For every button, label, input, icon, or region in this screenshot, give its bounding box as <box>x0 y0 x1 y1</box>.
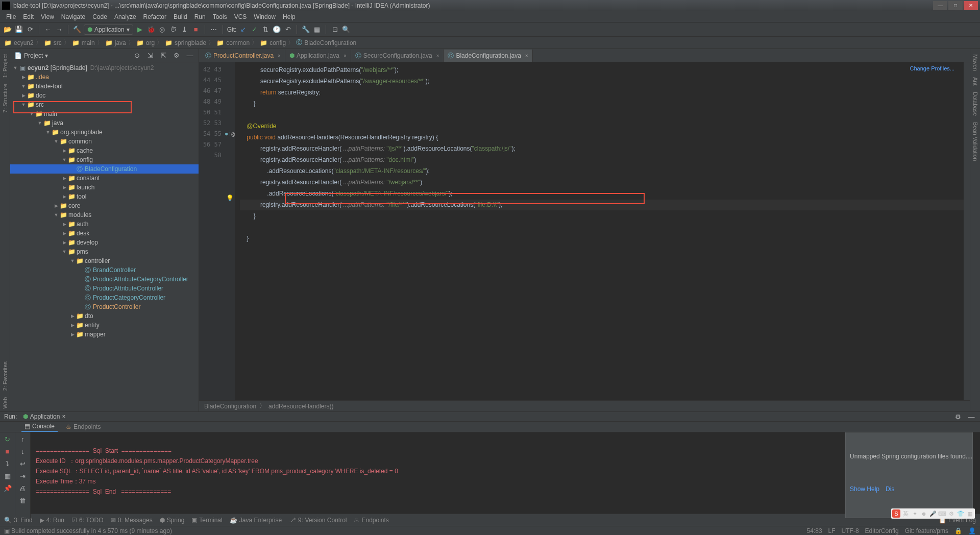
git-history-icon[interactable]: 🕐 <box>272 25 281 34</box>
menu-file[interactable]: File <box>3 12 19 21</box>
crumb-main[interactable]: 📁main <box>72 39 95 46</box>
debug-icon[interactable]: 🐞 <box>146 25 156 34</box>
save-icon[interactable]: 💾 <box>14 25 23 34</box>
tree-item[interactable]: ▶📁auth <box>10 220 199 229</box>
tree-root[interactable]: ▼▣ ecyun2 [SpringBlade] D:\java\projects… <box>10 63 199 72</box>
select-opened-icon[interactable]: ⊙ <box>132 51 141 60</box>
crumb-src[interactable]: 📁src <box>44 39 62 46</box>
build-icon[interactable]: 🔨 <box>72 25 82 34</box>
show-help-link[interactable]: Show Help <box>850 484 879 494</box>
tree-item[interactable]: ▶📁constant <box>10 174 199 183</box>
up-icon[interactable]: ↑ <box>18 434 28 444</box>
tree-item[interactable]: ▼📁java <box>10 118 199 128</box>
run-icon[interactable]: ▶ <box>135 25 144 34</box>
ime-toolbar[interactable]: S 英✦☻🎤⌨⚙👕▦ <box>891 508 975 519</box>
gear-icon[interactable]: ⚙ <box>953 412 963 421</box>
stripe-favorites[interactable]: 2: Favorites <box>1 358 9 394</box>
crumb-bladeconfiguration[interactable]: ⒸBladeConfiguration <box>296 38 356 47</box>
crumb-class[interactable]: BladeConfiguration <box>204 403 256 410</box>
git-update-icon[interactable]: ↙ <box>238 25 248 34</box>
rerun-icon[interactable]: ↻ <box>3 434 12 444</box>
tree-item[interactable]: ⒸProductCategoryController <box>10 293 199 302</box>
crumb-method[interactable]: addResourceHandlers() <box>268 403 333 410</box>
hide-icon[interactable]: — <box>967 412 976 421</box>
print-icon[interactable]: 🖨 <box>18 483 28 493</box>
console-output[interactable]: =============== Sql Start ==============… <box>31 432 980 520</box>
sync-icon[interactable]: ⟳ <box>26 25 35 34</box>
tree-item[interactable]: ▼📁blade-tool <box>10 82 199 91</box>
structure-icon[interactable]: ▦ <box>312 25 322 34</box>
console-tab[interactable]: ▤Console <box>21 422 58 432</box>
search-icon[interactable]: 🔍 <box>341 25 351 34</box>
tree-item[interactable]: ▶📁doc <box>10 91 199 100</box>
menu-window[interactable]: Window <box>251 12 279 21</box>
search-everywhere-icon[interactable]: ⊡ <box>330 25 339 34</box>
error-stripe[interactable] <box>964 62 970 400</box>
tree-item[interactable]: ▶📁dto <box>10 311 199 321</box>
close-button[interactable]: ✕ <box>964 1 978 10</box>
open-icon[interactable]: 📂 <box>3 25 12 34</box>
attach-icon[interactable]: ⤓ <box>180 25 189 34</box>
tree-item[interactable]: ⒸProductController <box>10 302 199 311</box>
hide-icon[interactable]: — <box>185 51 194 60</box>
editorconfig[interactable]: EditorConfig <box>865 527 899 534</box>
pin-icon[interactable]: 📌 <box>3 483 12 493</box>
stop-icon[interactable]: ■ <box>191 25 201 34</box>
tab-application[interactable]: ⬢Application.java× <box>285 50 351 62</box>
tab-secureconfiguration[interactable]: ⒸSecureConfiguration.java× <box>351 50 444 62</box>
dismiss-link[interactable]: Dis <box>886 484 894 494</box>
crumb-org[interactable]: 📁org <box>136 39 155 46</box>
git-revert-icon[interactable]: ↶ <box>283 25 292 34</box>
tree-item[interactable]: ▶📁core <box>10 201 199 210</box>
menu-edit[interactable]: Edit <box>20 12 37 21</box>
menu-code[interactable]: Code <box>89 12 110 21</box>
tree-item[interactable]: ⒸBladeConfiguration <box>10 164 199 174</box>
menu-view[interactable]: View <box>38 12 57 21</box>
tree-item[interactable]: ▶📁cache <box>10 146 199 155</box>
stop-icon[interactable]: ■ <box>3 447 12 456</box>
tree-item[interactable]: ▶📁launch <box>10 183 199 192</box>
git-commit-icon[interactable]: ✓ <box>250 25 259 34</box>
scroll-end-icon[interactable]: ⇥ <box>18 471 28 480</box>
tree-item[interactable]: ⒸProductAttributeCategoryController <box>10 275 199 284</box>
close-icon[interactable]: × <box>278 53 281 59</box>
close-icon[interactable]: × <box>525 53 528 59</box>
crumb-java[interactable]: 📁java <box>105 39 126 46</box>
caret-position[interactable]: 54:83 <box>807 527 822 534</box>
profile-icon[interactable]: ⏱ <box>169 25 178 34</box>
crumb-common[interactable]: 📁common <box>216 39 250 46</box>
forward-icon[interactable]: → <box>55 25 64 34</box>
minimize-button[interactable]: — <box>933 1 947 10</box>
tree-item[interactable]: ▶📁desk <box>10 229 199 238</box>
down-icon[interactable]: ↓ <box>18 447 28 456</box>
expand-all-icon[interactable]: ⇲ <box>145 51 155 60</box>
endpoints-tab[interactable]: ♨Endpoints <box>63 422 104 431</box>
stripe-maven[interactable]: Maven <box>971 51 979 74</box>
gear-icon[interactable]: ⚙ <box>172 51 181 60</box>
crumb-springblade[interactable]: 📁springblade <box>165 39 206 46</box>
stripe-beanvalidation[interactable]: Bean Validation <box>971 119 979 164</box>
tab-productcontroller[interactable]: ⒸProductController.java× <box>201 50 285 62</box>
exit-icon[interactable]: ⤵ <box>3 459 12 468</box>
crumb-config[interactable]: 📁config <box>260 39 286 46</box>
encoding[interactable]: UTF-8 <box>842 527 859 534</box>
menu-refactor[interactable]: Refactor <box>140 12 169 21</box>
git-branch[interactable]: Git: feature/pms <box>905 527 948 534</box>
run-tab-application[interactable]: ⬢ Application × <box>19 412 70 421</box>
menu-tools[interactable]: Tools <box>210 12 230 21</box>
stripe-database[interactable]: Database <box>971 89 979 119</box>
tree-item[interactable]: ▶📁mapper <box>10 330 199 339</box>
menu-help[interactable]: Help <box>280 12 299 21</box>
line-sep[interactable]: LF <box>828 527 836 534</box>
tab-bladeconfiguration[interactable]: ⒸBladeConfiguration.java× <box>444 50 532 62</box>
layout-icon[interactable]: ▦ <box>3 471 12 480</box>
more-icon[interactable]: ⋯ <box>209 25 218 34</box>
crumb-ecyun2[interactable]: 📁ecyun2 <box>4 39 34 46</box>
tree-item[interactable]: ▼📁pms <box>10 247 199 256</box>
tree-item[interactable]: ⒸBrandController <box>10 265 199 275</box>
tree-item[interactable]: ▶📁develop <box>10 238 199 247</box>
tree-item[interactable]: ▼📁org.springblade <box>10 128 199 137</box>
collapse-all-icon[interactable]: ⇱ <box>159 51 168 60</box>
close-icon[interactable]: × <box>344 53 347 59</box>
maximize-button[interactable]: □ <box>948 1 963 10</box>
